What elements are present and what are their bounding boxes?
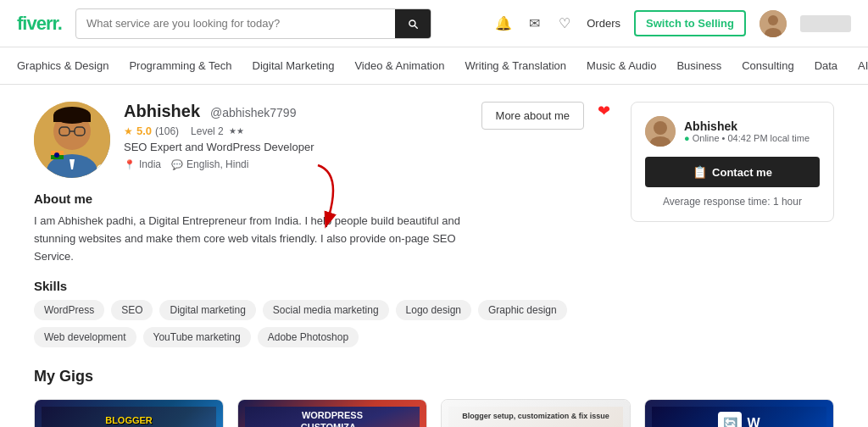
gig-image-3: Blogger setup, customization & fix issue… (442, 400, 630, 427)
avatar-image (760, 10, 787, 37)
skill-youtube[interactable]: YouTube marketing (143, 327, 251, 347)
search-input[interactable] (76, 17, 395, 30)
level-stars: ★★ (229, 126, 244, 136)
contact-card-header: Abhishek ● Online • 04:42 PM local time (645, 116, 820, 147)
gig-thumbnail-2: WORDPRESSCUSTOMIZA... INSTALL WORDPRESSS… (238, 400, 426, 427)
skill-photoshop[interactable]: Adobe Photoshop (258, 327, 359, 347)
header: fiverr. 🔔 ✉ ♡ Orders Switch to Selling (0, 0, 868, 47)
nav-ai-services[interactable]: AI Services (858, 56, 868, 75)
skill-seo[interactable]: SEO (111, 300, 153, 320)
notification-icon[interactable]: 🔔 (495, 15, 512, 32)
local-time-value: 04:42 PM local time (727, 133, 810, 143)
search-bar (75, 8, 431, 39)
search-icon (407, 18, 419, 30)
contact-name: Abhishek (684, 119, 810, 133)
profile-wrapper: Abhishek @abhishek7799 ★ 5.0 (106) Level… (34, 102, 834, 347)
level-badge: Level 2 (191, 125, 224, 137)
skills-title: Skills (34, 279, 610, 293)
nav-digital-marketing[interactable]: Digital Marketing (253, 56, 335, 75)
skill-logo-design[interactable]: Logo design (396, 300, 471, 320)
contact-card: Abhishek ● Online • 04:42 PM local time … (631, 102, 834, 222)
svg-point-16 (654, 121, 667, 135)
user-avatar[interactable] (760, 10, 787, 37)
main-nav: Graphics & Design Programming & Tech Dig… (0, 47, 868, 85)
skill-graphic-design[interactable]: Graphic design (478, 300, 567, 320)
svg-point-1 (768, 15, 778, 25)
online-indicator (97, 164, 107, 175)
more-about-label: More about me (496, 109, 570, 122)
profile-info: Abhishek @abhishek7799 ★ 5.0 (106) Level… (124, 102, 468, 170)
about-title: About me (34, 191, 610, 206)
profile-rating: ★ 5.0 (106) Level 2 ★★ (124, 125, 468, 137)
gig-image-4: 🔄 W WORDPRESSSPEED OPTIMIZATION FASTER D… (645, 400, 833, 427)
rating-value: 5.0 (136, 125, 152, 137)
profile-handle: @abhishek7799 (210, 106, 296, 119)
gig-card-4[interactable]: 🔄 W WORDPRESSSPEED OPTIMIZATION FASTER D… (644, 399, 834, 427)
response-time: Average response time: 1 hour (645, 196, 820, 208)
profile-left: Abhishek @abhishek7799 ★ 5.0 (106) Level… (34, 102, 610, 347)
search-button[interactable] (395, 8, 431, 39)
location-icon: 📍 (124, 159, 136, 170)
message-icon[interactable]: ✉ (526, 15, 542, 32)
skill-digital-marketing[interactable]: Digital marketing (159, 300, 255, 320)
gig-card-1[interactable]: BLOGGERPAGE SPEEDIMPROVEMENT 49 86 100 I… (34, 399, 224, 427)
contact-label: Contact me (712, 166, 772, 179)
online-status-text: Online (693, 133, 720, 143)
username-display (800, 15, 851, 32)
profile-name: Abhishek (124, 102, 200, 121)
gig-image-1: BLOGGERPAGE SPEEDIMPROVEMENT 49 86 100 (35, 400, 223, 427)
skills-list: WordPress SEO Digital marketing Social m… (34, 300, 610, 347)
gig-thumbnail-4: 🔄 W WORDPRESSSPEED OPTIMIZATION FASTER D… (645, 400, 833, 427)
contact-info: Abhishek ● Online • 04:42 PM local time (684, 119, 810, 143)
profile-header: Abhishek @abhishek7799 ★ 5.0 (106) Level… (34, 102, 610, 178)
profile-meta: 📍 India 💬 English, Hindi (124, 158, 468, 170)
profile-location: 📍 India (124, 158, 161, 170)
contact-icon: 📋 (693, 165, 707, 179)
gig-card-2[interactable]: WORDPRESSCUSTOMIZA... INSTALL WORDPRESSS… (237, 399, 427, 427)
nav-music-audio[interactable]: Music & Audio (587, 56, 656, 75)
profile-actions-area: More about me ❤ (481, 102, 610, 130)
star-icon: ★ (124, 125, 133, 137)
orders-link[interactable]: Orders (587, 17, 620, 30)
wishlist-icon[interactable]: ♡ (556, 15, 573, 32)
profile-avatar (34, 102, 110, 178)
nav-writing-translation[interactable]: Writing & Translation (465, 56, 566, 75)
rating-count: (106) (155, 125, 179, 137)
language-icon: 💬 (171, 159, 183, 170)
nav-graphics-design[interactable]: Graphics & Design (17, 56, 108, 75)
gig-thumbnail-3: Blogger setup, customization & fix issue… (442, 400, 630, 427)
skill-social-media[interactable]: Social media marketing (263, 300, 389, 320)
about-section: About me I am Abhishek padhi, a Digital … (34, 191, 610, 265)
gigs-section: My Gigs BLOGGERPAGE SPEEDIMPROVEMENT 49 … (34, 368, 834, 427)
about-text: I am Abhishek padhi, a Digital Entrepren… (34, 213, 492, 265)
contact-button[interactable]: 📋 Contact me (645, 157, 820, 187)
skills-section: Skills WordPress SEO Digital marketing S… (34, 279, 610, 347)
nav-data[interactable]: Data (815, 56, 837, 75)
online-dot-icon: ● (684, 133, 693, 143)
gig-card-3[interactable]: Blogger setup, customization & fix issue… (441, 399, 631, 427)
nav-consulting[interactable]: Consulting (742, 56, 793, 75)
gig-thumbnail-1: BLOGGERPAGE SPEEDIMPROVEMENT 49 86 100 (35, 400, 223, 427)
more-about-button[interactable]: More about me (481, 102, 584, 130)
favorite-icon[interactable]: ❤ (598, 102, 610, 120)
contact-avatar (645, 116, 676, 147)
skill-web-development[interactable]: Web development (34, 327, 136, 347)
fiverr-logo[interactable]: fiverr. (17, 13, 62, 35)
nav-business[interactable]: Business (676, 56, 721, 75)
header-right: 🔔 ✉ ♡ Orders Switch to Selling (495, 10, 851, 37)
switch-to-selling-button[interactable]: Switch to Selling (634, 10, 746, 36)
profile-language: 💬 English, Hindi (171, 158, 248, 170)
nav-video-animation[interactable]: Video & Animation (354, 56, 444, 75)
gig-image-2: WORDPRESSCUSTOMIZA... INSTALL WORDPRESSS… (238, 400, 426, 427)
nav-programming-tech[interactable]: Programming & Tech (129, 56, 231, 75)
gigs-grid: BLOGGERPAGE SPEEDIMPROVEMENT 49 86 100 I… (34, 399, 834, 427)
gigs-title: My Gigs (34, 368, 834, 385)
profile-title: SEO Expert and WordPress Developer (124, 141, 468, 153)
main-content: Abhishek @abhishek7799 ★ 5.0 (106) Level… (0, 85, 868, 427)
contact-status: ● Online • 04:42 PM local time (684, 133, 810, 143)
profile-section: Abhishek @abhishek7799 ★ 5.0 (106) Level… (34, 102, 834, 347)
skill-wordpress[interactable]: WordPress (34, 300, 104, 320)
svg-rect-6 (53, 115, 91, 122)
svg-point-14 (54, 152, 59, 158)
